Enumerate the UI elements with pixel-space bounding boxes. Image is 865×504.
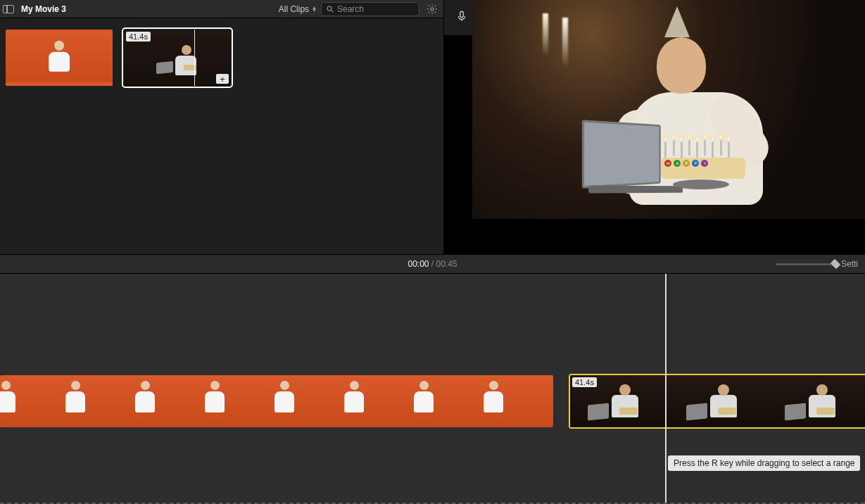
clip-browser[interactable]: 41.4s + (0, 18, 443, 254)
svg-rect-3 (460, 11, 464, 17)
media-clip[interactable]: 41.4s + (124, 30, 231, 86)
search-icon (326, 5, 334, 13)
media-browser-pane: My Movie 3 All Clips ▲▼ (0, 0, 444, 254)
settings-button[interactable]: Setti (841, 259, 858, 269)
timecode-total: 00:45 (436, 259, 457, 269)
search-field[interactable] (321, 2, 419, 16)
chevron-up-down-icon: ▲▼ (312, 6, 317, 12)
clip-filter-label: All Clips (279, 4, 309, 14)
browser-toolbar: My Movie 3 All Clips ▲▼ (0, 0, 443, 18)
clip-filter-dropdown[interactable]: All Clips ▲▼ (279, 4, 317, 14)
preview-frame: HAPPY (472, 0, 865, 219)
project-title: My Movie 3 (21, 4, 66, 14)
timeline-header: 00:00 / 00:45 Setti (0, 254, 865, 274)
microphone-icon[interactable] (455, 9, 468, 26)
playhead[interactable] (665, 274, 667, 503)
media-clip[interactable] (6, 30, 113, 86)
preview-pane: HAPPY (444, 0, 865, 254)
clip-duration-badge: 41.4s (126, 32, 151, 42)
timecode-display: 00:00 / 00:45 (408, 259, 457, 269)
preview-viewer[interactable]: HAPPY (444, 0, 865, 254)
search-input[interactable] (337, 4, 415, 14)
svg-point-2 (431, 8, 434, 11)
timeline-clip[interactable] (0, 375, 553, 427)
zoom-knob-icon[interactable] (831, 258, 841, 269)
video-track[interactable]: 41.4s (0, 375, 865, 443)
timeline[interactable]: 41.4s Press the R key while dragging to … (0, 274, 865, 504)
gear-icon[interactable] (427, 4, 438, 15)
zoom-slider[interactable] (776, 263, 835, 265)
clip-duration-badge: 41.4s (572, 377, 597, 387)
svg-point-0 (327, 6, 332, 11)
hint-tooltip: Press the R key while dragging to select… (668, 455, 860, 471)
add-clip-icon[interactable]: + (216, 74, 229, 84)
timeline-clip[interactable]: 41.4s (570, 375, 865, 427)
svg-line-1 (332, 10, 334, 12)
sidebar-toggle-icon[interactable] (3, 5, 14, 13)
timecode-current: 00:00 (408, 259, 429, 269)
